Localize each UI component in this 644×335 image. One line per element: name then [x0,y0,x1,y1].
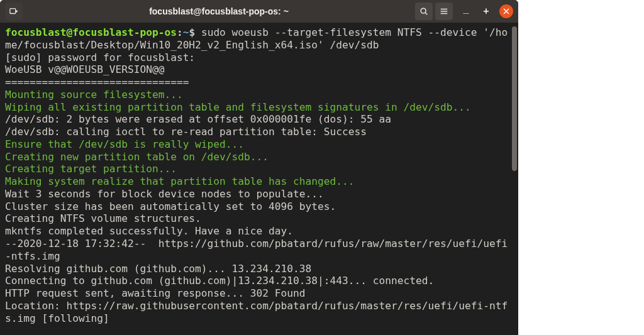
output-line: Wiping all existing partition table and … [5,101,513,114]
scrollbar-thumb[interactable] [512,26,517,171]
window-title: focusblast@focusblast-pop-os: ~ [25,6,413,16]
output-line: /dev/sdb: 2 bytes were erased at offset … [5,113,513,126]
output-line: [sudo] password for focusblast: [5,52,513,64]
output-line: Creating target partition... [5,163,513,175]
terminal-window: focusblast@focusblast-pop-os: ~ _ + [0,0,518,335]
output-line: ============================== [5,76,513,89]
prompt-colon: : [177,26,183,38]
output-line: Making system realize that partition tab… [5,175,513,188]
svg-point-1 [421,8,426,13]
prompt-dollar: $ [189,26,195,38]
output-line: WoeUSB v@@WOEUSB_VERSION@@ [5,63,513,76]
output-line: Location: https://raw.githubusercontent.… [5,300,513,325]
hamburger-icon [440,7,448,16]
close-icon [503,8,509,14]
output-line: mkntfs completed successfully. Have a ni… [5,225,513,238]
output-line: Connecting to github.com (github.com)|13… [5,275,513,287]
output-line: --2020-12-18 17:32:42-- https://github.c… [5,238,513,263]
minimize-button[interactable]: _ [459,4,473,18]
terminal-plus-icon [9,7,18,16]
search-icon [419,7,428,16]
titlebar-right: _ + [415,3,513,20]
output-line: Cluster size has been automatically set … [5,200,513,213]
svg-rect-0 [10,9,16,14]
prompt-path: ~ [183,26,189,38]
close-button[interactable] [499,4,513,18]
output-line: /dev/sdb: calling ioctl to re-read parti… [5,126,513,138]
output-line: Wait 3 seconds for block device nodes to… [5,188,513,200]
output-line: Creating new partition table on /dev/sdb… [5,151,513,163]
output-line: Creating NTFS volume structures. [5,212,513,225]
output-line: Ensure that /dev/sdb is really wiped... [5,138,513,151]
maximize-button[interactable]: + [479,4,493,18]
minimize-icon: _ [464,7,469,12]
maximize-icon: + [483,6,489,16]
menu-button[interactable] [435,3,453,20]
output-line: Resolving github.com (github.com)... 13.… [5,263,513,275]
search-button[interactable] [415,3,433,20]
prompt-userhost: focusblast@focusblast-pop-os [5,26,177,38]
output-line: Mounting source filesystem... [5,89,513,101]
terminal-output[interactable]: focusblast@focusblast-pop-os:~$ sudo woe… [0,23,518,335]
new-tab-button[interactable] [5,3,23,20]
titlebar: focusblast@focusblast-pop-os: ~ _ + [0,0,518,23]
output-line: HTTP request sent, awaiting response... … [5,287,513,300]
